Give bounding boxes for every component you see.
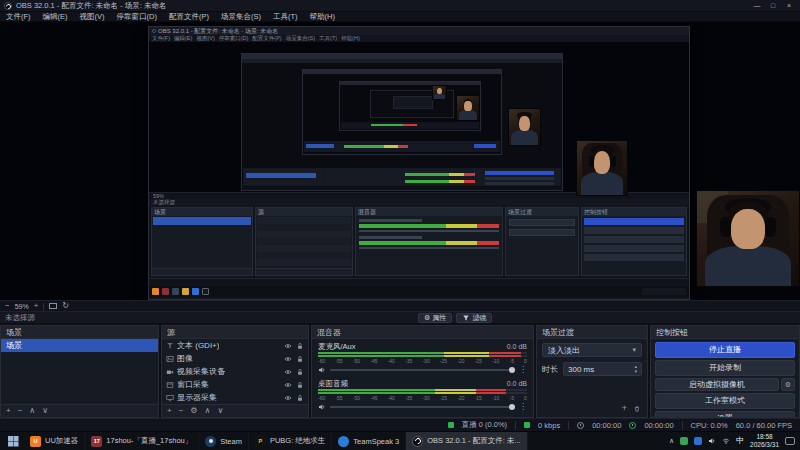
settings-button[interactable]: 设置 xyxy=(655,411,795,418)
spinner-buttons[interactable]: ▴▾ xyxy=(634,364,637,374)
visibility-eye-icon[interactable] xyxy=(284,381,292,389)
fit-window-icon[interactable] xyxy=(49,303,57,309)
lock-icon[interactable] xyxy=(296,381,304,389)
network-tray-icon[interactable] xyxy=(722,437,730,445)
taskbar-app-pubg[interactable]: P PUBG: 绝地求生 xyxy=(249,432,332,450)
channel-menu-button[interactable]: ⋮ xyxy=(519,366,527,374)
lock-icon[interactable] xyxy=(296,394,304,402)
taskbar-app-steam[interactable]: Steam xyxy=(199,432,249,450)
list-item: -20 xyxy=(457,395,464,401)
menu-view[interactable]: 视图(V) xyxy=(74,12,111,22)
studio-mode-button[interactable]: 工作室模式 xyxy=(655,393,795,409)
source-item-image[interactable]: 图像 xyxy=(162,352,308,365)
speaker-icon[interactable] xyxy=(318,366,326,374)
taskbar-app-teamspeak[interactable]: TeamSpeak 3 xyxy=(332,432,406,450)
menu-profile[interactable]: 配置文件(P) xyxy=(163,12,215,22)
captured-scenes-title: 场景 xyxy=(152,208,252,216)
preview-canvas[interactable]: OBS 32.0.1 - 配置文件: 未命名 - 场景: 未命名 文件(F)编辑… xyxy=(0,22,800,300)
menu-file[interactable]: 文件(F) xyxy=(0,12,37,22)
visibility-eye-icon[interactable] xyxy=(284,355,292,363)
volume-slider[interactable] xyxy=(330,406,515,408)
captured-taskbar-icon xyxy=(192,288,199,295)
transition-select[interactable]: 淡入淡出 ▾ xyxy=(542,343,642,357)
source-item-display-capture[interactable]: 显示器采集 xyxy=(162,391,308,404)
menu-tools[interactable]: 工具(T) xyxy=(267,12,304,22)
taskbar-app-17shou[interactable]: 17 17shou-「直播_17shou」 xyxy=(85,432,199,450)
notifications-icon[interactable] xyxy=(785,437,795,445)
move-source-down-button[interactable]: ∨ xyxy=(217,405,223,417)
filters-button[interactable]: 滤镜 xyxy=(456,313,492,323)
captured-docks: 场景 源 混音器 场景过渡 xyxy=(151,207,687,276)
source-item-window-capture[interactable]: 窗口采集 xyxy=(162,378,308,391)
captured-source-rows xyxy=(257,217,351,267)
remove-transition-button[interactable] xyxy=(633,405,641,413)
move-scene-up-button[interactable]: ∧ xyxy=(29,405,35,417)
source-properties-button[interactable]: ⚙ xyxy=(190,405,197,417)
lock-icon[interactable] xyxy=(296,355,304,363)
list-item: -55 xyxy=(335,395,342,401)
person-face xyxy=(731,209,765,249)
taskbar-clock[interactable]: 18:58 2026/3/31 xyxy=(750,433,779,449)
remove-scene-button[interactable]: − xyxy=(18,405,23,417)
visibility-eye-icon[interactable] xyxy=(284,394,292,402)
reset-zoom-button[interactable]: ↻ xyxy=(62,301,69,311)
person-body xyxy=(459,110,477,121)
captured-transition-combo xyxy=(509,219,575,226)
start-virtual-camera-button[interactable]: 启动虚拟摄像机 xyxy=(655,378,779,391)
taskbar-app-obs[interactable]: OBS 32.0.1 - 配置文件: 未... xyxy=(406,432,527,450)
start-recording-button[interactable]: 开始录制 xyxy=(655,360,795,376)
nested-menubar-2 xyxy=(242,59,562,63)
menu-scene-collection[interactable]: 场景集合(S) xyxy=(215,12,267,22)
volume-tray-icon[interactable] xyxy=(708,437,716,445)
maximize-button[interactable]: □ xyxy=(766,0,780,11)
menu-docks[interactable]: 停靠窗口(D) xyxy=(111,12,163,22)
transitions-dock: 场景过渡 淡入淡出 ▾ 时长 300 ms ▴▾ + xyxy=(536,325,648,418)
taskbar-app-uu[interactable]: U UU加速器 xyxy=(24,432,85,450)
add-transition-button[interactable]: + xyxy=(622,404,627,413)
list-item: -50 xyxy=(353,358,360,364)
source-label: 图像 xyxy=(177,353,193,364)
menu-edit[interactable]: 编辑(E) xyxy=(37,12,74,22)
duration-input[interactable]: 300 ms ▴▾ xyxy=(563,362,642,376)
divider xyxy=(43,303,44,310)
visibility-eye-icon[interactable] xyxy=(284,368,292,376)
slider-knob[interactable] xyxy=(509,367,515,373)
scenes-dock: 场景 场景 + − ∧ ∨ xyxy=(0,325,159,418)
spin-down-icon[interactable]: ▾ xyxy=(634,369,637,374)
scene-item-selected[interactable]: 场景 xyxy=(1,339,158,352)
lock-icon[interactable] xyxy=(296,342,304,350)
tray-expand-chevron[interactable]: ∧ xyxy=(669,437,674,445)
menu-help[interactable]: 帮助(H) xyxy=(304,12,341,22)
lock-icon[interactable] xyxy=(296,368,304,376)
tray-app-icon-blue[interactable] xyxy=(694,437,702,445)
visibility-eye-icon[interactable] xyxy=(284,342,292,350)
volume-slider[interactable] xyxy=(330,369,515,371)
nested-docks-4 xyxy=(341,122,479,129)
channel-menu-button[interactable]: ⋮ xyxy=(519,403,527,411)
list-item: -30 xyxy=(422,358,429,364)
properties-button[interactable]: ⚙ 属性 xyxy=(418,313,452,323)
virtual-camera-settings-button[interactable]: ⚙ xyxy=(781,378,795,391)
source-item-text[interactable]: 文本 (GDI+) xyxy=(162,339,308,352)
cpu-usage: CPU: 0.0% xyxy=(691,421,728,430)
move-source-up-button[interactable]: ∧ xyxy=(205,405,211,417)
start-button[interactable] xyxy=(2,432,24,450)
mixer-db-value: 0.0 dB xyxy=(507,342,527,351)
ime-indicator[interactable]: 中 xyxy=(736,436,744,446)
captured-taskbar-icon xyxy=(172,288,179,295)
slider-knob[interactable] xyxy=(509,404,515,410)
minimize-button[interactable]: — xyxy=(750,0,764,11)
add-scene-button[interactable]: + xyxy=(6,405,11,417)
tray-app-icon-green[interactable] xyxy=(680,437,688,445)
zoom-out-button[interactable]: − xyxy=(5,301,10,311)
obs-app-icon xyxy=(412,436,423,447)
speaker-icon[interactable] xyxy=(318,403,326,411)
stop-streaming-button[interactable]: 停止直播 xyxy=(655,342,795,358)
add-source-button[interactable]: + xyxy=(167,405,172,417)
person-face xyxy=(519,116,529,131)
source-item-video-capture[interactable]: 视频采集设备 xyxy=(162,365,308,378)
move-scene-down-button[interactable]: ∨ xyxy=(42,405,48,417)
remove-source-button[interactable]: − xyxy=(179,405,184,417)
close-button[interactable]: × xyxy=(782,0,796,11)
zoom-in-button[interactable]: + xyxy=(34,301,39,311)
